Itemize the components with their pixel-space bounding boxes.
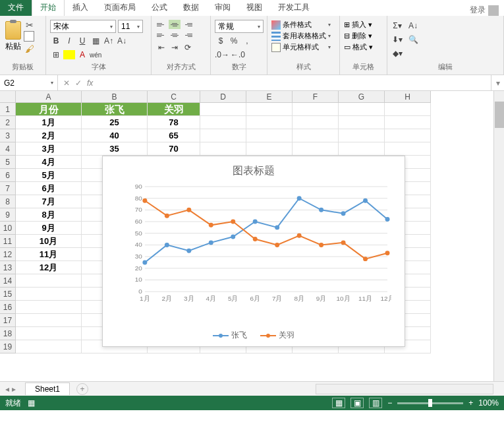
tab-home[interactable]: 开始 — [32, 0, 65, 16]
sheet-nav-prev[interactable]: ◂ — [5, 384, 9, 394]
increase-indent-button[interactable]: ⇥ — [169, 42, 181, 53]
percent-button[interactable]: % — [228, 35, 240, 47]
cell[interactable] — [246, 129, 293, 142]
legend-item-2[interactable]: 关羽 — [260, 330, 294, 341]
format-as-table-button[interactable]: 套用表格格式▾ — [271, 31, 331, 41]
select-all-corner[interactable] — [0, 91, 16, 103]
view-page-break-button[interactable]: ▥ — [369, 398, 382, 408]
embedded-chart[interactable]: 图表标题 01020304050607080901月2月3月4月5月6月7月8月… — [102, 156, 405, 347]
cell[interactable] — [385, 129, 431, 142]
cell[interactable] — [200, 116, 246, 129]
column-header[interactable]: C — [148, 91, 200, 103]
macro-record-icon[interactable]: ▦ — [28, 398, 35, 408]
row-header[interactable]: 11 — [0, 235, 16, 248]
cell[interactable]: 65 — [148, 129, 200, 142]
row-header[interactable]: 7 — [0, 182, 16, 195]
cell[interactable]: 张飞 — [82, 103, 148, 116]
border-button[interactable]: ▦ — [90, 35, 101, 47]
sheet-nav-next[interactable]: ▸ — [12, 384, 16, 394]
cell[interactable]: 月份 — [16, 103, 82, 116]
copy-icon[interactable] — [25, 32, 34, 42]
insert-cells-button[interactable]: ⊞ 插入 ▾ — [344, 20, 373, 30]
horizontal-scrollbar[interactable] — [316, 384, 493, 394]
cell-styles-button[interactable]: 单元格样式▾ — [271, 42, 331, 52]
tab-file[interactable]: 文件 — [0, 0, 32, 16]
cell[interactable] — [385, 103, 431, 116]
cell[interactable] — [293, 116, 339, 129]
cell[interactable] — [200, 142, 246, 156]
cell[interactable] — [293, 142, 339, 156]
tab-review[interactable]: 审阅 — [207, 0, 238, 16]
row-header[interactable]: 1 — [0, 103, 16, 116]
number-format-combo[interactable]: 常规▾ — [215, 20, 264, 33]
row-header[interactable]: 16 — [0, 301, 16, 314]
zoom-slider[interactable] — [397, 402, 463, 404]
expand-formula-bar[interactable]: ▾ — [491, 75, 504, 90]
cell[interactable] — [339, 129, 385, 142]
accept-formula-icon[interactable]: ✓ — [75, 78, 82, 88]
cell[interactable]: 关羽 — [148, 103, 200, 116]
vertical-scrollbar[interactable] — [493, 91, 504, 381]
row-header[interactable]: 10 — [0, 222, 16, 235]
cell[interactable] — [16, 301, 82, 314]
shrink-font-button[interactable]: A↓ — [116, 35, 128, 47]
cell[interactable]: 8月 — [16, 208, 82, 222]
cell[interactable] — [16, 327, 82, 340]
cell[interactable] — [16, 340, 82, 353]
tab-page-layout[interactable]: 页面布局 — [96, 0, 144, 16]
clear-button[interactable]: ◆▾ — [391, 47, 403, 59]
cut-icon[interactable]: ✂ — [26, 20, 34, 30]
row-header[interactable]: 15 — [0, 288, 16, 301]
column-header[interactable]: B — [82, 91, 148, 103]
zoom-level[interactable]: 100% — [478, 398, 499, 408]
fill-button[interactable]: ⬇▾ — [391, 34, 403, 46]
tab-formula[interactable]: 公式 — [144, 0, 175, 16]
column-header[interactable]: H — [385, 91, 431, 103]
row-header[interactable]: 13 — [0, 261, 16, 274]
font-name-combo[interactable]: 宋体▾ — [50, 20, 116, 33]
align-bottom-center[interactable] — [169, 30, 181, 40]
row-header[interactable]: 2 — [0, 116, 16, 129]
underline-button[interactable]: U — [76, 35, 88, 47]
row-header[interactable]: 12 — [0, 248, 16, 261]
cell[interactable] — [246, 116, 293, 129]
cell[interactable]: 9月 — [16, 222, 82, 235]
column-header[interactable]: A — [16, 91, 82, 103]
cell[interactable] — [16, 288, 82, 301]
view-normal-button[interactable]: ▦ — [332, 398, 345, 408]
format-cells-button[interactable]: ▭ 格式 ▾ — [344, 42, 373, 52]
cell[interactable]: 5月 — [16, 169, 82, 182]
format-painter-icon[interactable]: 🖌 — [25, 44, 34, 54]
add-sheet-button[interactable]: + — [76, 383, 88, 395]
fx-icon[interactable]: fx — [87, 78, 93, 88]
cell[interactable]: 2月 — [16, 129, 82, 142]
align-bottom-right[interactable] — [182, 30, 194, 40]
view-page-layout-button[interactable]: ▣ — [350, 398, 364, 408]
tab-insert[interactable]: 插入 — [65, 0, 96, 16]
column-header[interactable]: F — [293, 91, 339, 103]
cell[interactable] — [246, 103, 293, 116]
cell[interactable] — [293, 129, 339, 142]
cell[interactable]: 25 — [82, 116, 148, 129]
cell[interactable]: 11月 — [16, 248, 82, 261]
zoom-out-button[interactable]: − — [387, 398, 392, 408]
currency-button[interactable]: $ — [215, 35, 227, 47]
cell[interactable]: 12月 — [16, 261, 82, 274]
align-bottom-left[interactable] — [155, 30, 167, 40]
row-header[interactable]: 3 — [0, 129, 16, 142]
row-header[interactable]: 5 — [0, 156, 16, 169]
grow-font-button[interactable]: A↑ — [103, 35, 115, 47]
cell[interactable]: 10月 — [16, 235, 82, 248]
cell[interactable]: 3月 — [16, 142, 82, 156]
cell[interactable] — [16, 274, 82, 288]
tab-developer[interactable]: 开发工具 — [270, 0, 318, 16]
login-link[interactable]: 登录 — [470, 5, 499, 16]
decrease-indent-button[interactable]: ⇤ — [155, 42, 167, 53]
conditional-format-button[interactable]: 条件格式▾ — [271, 20, 331, 30]
cell[interactable] — [200, 129, 246, 142]
cell[interactable] — [246, 142, 293, 156]
cell[interactable]: 70 — [148, 142, 200, 156]
cell[interactable]: 6月 — [16, 182, 82, 195]
sort-filter-button[interactable]: A↓ — [407, 20, 419, 32]
increase-decimal-button[interactable]: .0→ — [215, 49, 229, 61]
